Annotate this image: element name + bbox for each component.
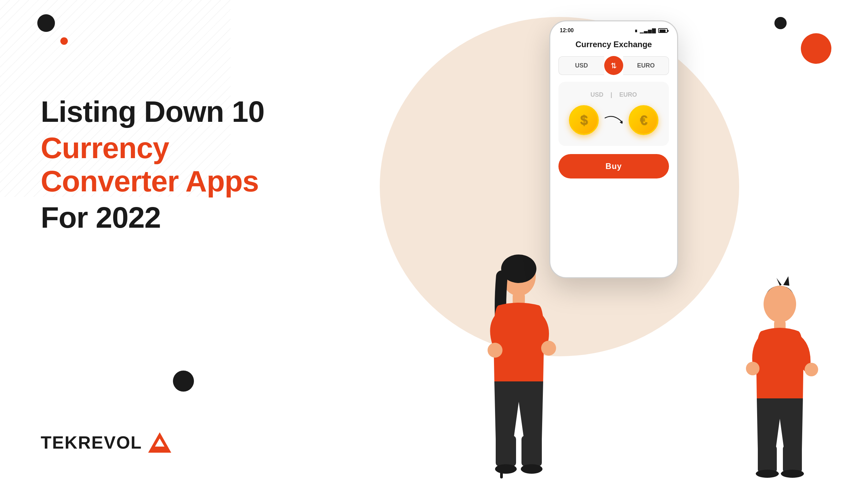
svg-rect-9 — [500, 469, 503, 478]
exchange-visual-card: USD | EURO $ € — [558, 82, 669, 146]
swap-icon: ⇄ — [609, 62, 618, 69]
logo: TEKREVOL — [41, 432, 171, 453]
svg-point-8 — [495, 464, 517, 474]
svg-point-12 — [764, 286, 796, 322]
signal-bars-icon: ▁▃▅▇ — [640, 28, 656, 33]
logo-text: TEKREVOL — [41, 432, 142, 453]
svg-point-15 — [746, 362, 760, 375]
svg-rect-16 — [758, 446, 777, 472]
man-figure — [739, 276, 821, 480]
left-content-area: Listing Down 10 Currency Converter Apps … — [41, 95, 278, 234]
status-bar: 12:00 ∎ ▁▃▅▇ — [550, 21, 677, 36]
coins-row: $ € — [565, 105, 662, 135]
status-icons: ∎ ▁▃▅▇ — [634, 27, 668, 34]
headline-line2: Currency Converter Apps — [41, 131, 278, 198]
status-time: 12:00 — [560, 27, 574, 34]
currency-to-button[interactable]: EURO — [623, 56, 669, 75]
arrow-svg — [603, 114, 625, 126]
logo-triangle-icon — [148, 432, 171, 453]
svg-point-19 — [781, 470, 804, 478]
app-title: Currency Exchange — [550, 36, 677, 56]
usd-coin: $ — [569, 105, 599, 135]
dot-decoration — [173, 371, 194, 392]
svg-rect-17 — [783, 446, 802, 472]
man-svg — [739, 276, 821, 480]
exchange-pair-label: USD | EURO — [565, 91, 662, 98]
woman-svg — [475, 249, 563, 480]
currency-selector: USD ⇄ EURO — [558, 56, 669, 75]
swap-button[interactable]: ⇄ — [604, 56, 623, 75]
dot-decoration — [37, 14, 55, 32]
phone-screen: 12:00 ∎ ▁▃▅▇ Currency Exchange USD ⇄ EUR… — [549, 20, 678, 278]
dot-decoration — [774, 17, 787, 29]
exchange-arrow — [603, 114, 625, 126]
dot-decoration — [60, 37, 68, 45]
usd-coin-symbol: $ — [580, 113, 588, 128]
currency-from-button[interactable]: USD — [558, 56, 604, 75]
svg-rect-6 — [496, 436, 516, 466]
phone-mockup: 12:00 ∎ ▁▃▅▇ Currency Exchange USD ⇄ EUR… — [549, 20, 678, 278]
woman-figure — [475, 249, 563, 480]
dot-decoration — [801, 33, 831, 64]
svg-rect-7 — [521, 436, 542, 466]
buy-button[interactable]: Buy — [558, 154, 669, 178]
euro-coin: € — [629, 105, 658, 135]
euro-coin-symbol: € — [640, 113, 647, 128]
battery-icon — [658, 28, 668, 33]
headline-line1: Listing Down 10 — [41, 95, 278, 129]
headline-line3: For 2022 — [41, 201, 278, 234]
svg-point-10 — [521, 464, 542, 474]
wifi-icon: ∎ — [634, 27, 638, 34]
svg-point-18 — [756, 470, 779, 478]
svg-point-5 — [541, 341, 556, 356]
